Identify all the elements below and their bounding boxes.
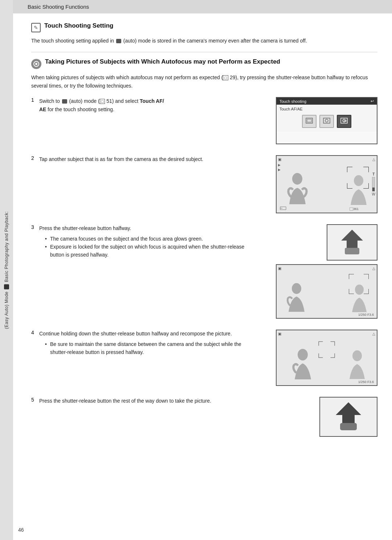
- step-1-images: Touch shooting ↩ Touch AF/AE: [261, 97, 377, 144]
- step-3-row: 3 Press the shutter-release button halfw…: [31, 224, 377, 319]
- step-4-row: 4 Continue holding down the shutter-rele…: [31, 330, 377, 386]
- screen-back-icon: ↩: [371, 99, 374, 104]
- svg-rect-3: [307, 119, 311, 122]
- step-2-text: Tap another subject that is as far from …: [39, 155, 203, 163]
- step-4-bullet-1: Be sure to maintain the same distance be…: [45, 340, 254, 356]
- svg-rect-4: [323, 118, 330, 123]
- step-2-row: 2 Tap another subject that is as far fro…: [31, 155, 377, 213]
- vf4-icon-tl: ▣: [278, 332, 281, 336]
- page-number: 46: [18, 527, 24, 533]
- sidebar-photography-label: Basic Photography and Playback:: [4, 211, 9, 282]
- icon-touch-off: [302, 115, 317, 128]
- step-4-text: Continue holding down the shutter-releas…: [39, 331, 232, 337]
- vf3-icon-tl: ▣: [278, 266, 281, 270]
- screen-header: Touch shooting ↩: [277, 98, 377, 105]
- main-content: Basic Shooting Functions ✎ Touch Shootin…: [13, 0, 392, 540]
- vf-zoom-indicator: [372, 188, 375, 191]
- svg-point-16: [352, 350, 362, 361]
- sidebar-mode-label: (Easy Auto) Mode: [4, 291, 9, 329]
- svg-rect-12: [345, 248, 359, 254]
- step-1-text-col: 1 Switch to (auto) mode (□ 51) and selec…: [31, 97, 254, 113]
- step-3-text: Press the shutter-release button halfway…: [39, 225, 131, 231]
- viewfinder-step2: ▣ △ ▶ ▶: [276, 155, 377, 213]
- step-4-bullets: Be sure to maintain the same distance be…: [45, 340, 254, 356]
- content-area: ✎ Touch Shooting Setting The touch shoot…: [13, 22, 392, 518]
- icon-row: AE: [279, 113, 374, 129]
- step-4-header: 4 Continue holding down the shutter-rele…: [31, 330, 254, 356]
- step-3-header: 3 Press the shutter-release button halfw…: [31, 224, 254, 259]
- touch-shooting-heading: Touch Shooting Setting: [44, 22, 113, 29]
- viewfinder-step3: ▣ △: [276, 264, 377, 319]
- autofocus-section-title: Taking Pictures of Subjects with Which A…: [31, 58, 377, 69]
- touch-shooting-body: The touch shooting setting applied in (a…: [31, 37, 377, 45]
- section-divider: [31, 52, 377, 52]
- vf4-info: 1/250 F3.6: [358, 380, 374, 384]
- step-5-number: 5: [31, 397, 37, 403]
- vf-side-bar: T W: [372, 172, 375, 196]
- step-4-text-col: 4 Continue holding down the shutter-rele…: [31, 330, 254, 356]
- sidebar-label: (Easy Auto) Mode Basic Photography and P…: [4, 211, 9, 329]
- screen-title: Touch shooting: [279, 99, 306, 104]
- step-2-images: ▣ △ ▶ ▶: [261, 155, 377, 213]
- step-3-bullets: The camera focuses on the subject and th…: [45, 235, 254, 259]
- step-3-text-col: 3 Press the shutter-release button halfw…: [31, 224, 254, 259]
- step-3-bullet-1: The camera focuses on the subject and th…: [45, 235, 254, 243]
- svg-point-9: [292, 173, 302, 185]
- vf-icon-tl: ▣: [278, 157, 281, 161]
- shutter-down-icon: [334, 228, 370, 257]
- vf-bottom-info: ⃞ 361: [352, 207, 359, 211]
- step-4-number: 4: [31, 330, 37, 335]
- viewfinder-step4: ▣ △: [276, 330, 377, 386]
- touch-af-label: Touch AF/AE: [279, 107, 374, 111]
- step-5-header: 5 Press the shutter-release button the r…: [31, 397, 254, 405]
- page: (Easy Auto) Mode Basic Photography and P…: [0, 0, 392, 540]
- svg-marker-11: [341, 230, 363, 248]
- icon-touch-afae-selected: AE: [337, 115, 351, 128]
- focus-center-brackets: [319, 342, 335, 358]
- vf-bottom-left: [279, 206, 287, 211]
- screen-body: Touch AF/AE: [277, 105, 377, 132]
- step-4-images: ▣ △: [261, 330, 377, 386]
- svg-point-13: [292, 283, 301, 294]
- person3-svg: [286, 282, 307, 313]
- autofocus-heading: Taking Pictures of Subjects with Which A…: [45, 58, 280, 65]
- vf-w-label: W: [372, 192, 375, 196]
- vf-t-label: T: [372, 172, 375, 176]
- icon-touch-af: [319, 115, 334, 128]
- pencil-icon: ✎: [31, 23, 41, 32]
- vf-left-icons: ▶ ▶: [278, 163, 281, 172]
- steps-area: 1 Switch to (auto) mode (□ 51) and selec…: [31, 97, 377, 437]
- step-1-row: 1 Switch to (auto) mode (□ 51) and selec…: [31, 97, 377, 144]
- person6-svg: [347, 350, 368, 380]
- step-3-number: 3: [31, 224, 37, 230]
- step-5-text: Press the shutter-release button the res…: [39, 397, 211, 405]
- autofocus-intro: When taking pictures of subjects with wh…: [31, 73, 377, 90]
- vf4-icon-tr: △: [372, 332, 375, 336]
- step-1-number: 1: [31, 97, 37, 103]
- svg-text:AE: AE: [343, 120, 347, 122]
- vf3-icon-tr: △: [372, 266, 375, 270]
- shutter-half-mockup: [327, 224, 377, 261]
- shutter-full-mockup: [319, 397, 377, 437]
- svg-point-5: [325, 119, 328, 122]
- svg-rect-18: [340, 423, 357, 430]
- svg-marker-17: [336, 402, 361, 423]
- focus-bracket-green-svg: [349, 274, 369, 294]
- step-5-images: [261, 397, 377, 437]
- touch-shooting-screen: Touch shooting ↩ Touch AF/AE: [276, 97, 377, 144]
- step-1-header: 1 Switch to (auto) mode (□ 51) and selec…: [31, 97, 254, 113]
- svg-point-1: [35, 63, 37, 65]
- sidebar-tab: (Easy Auto) Mode Basic Photography and P…: [0, 0, 13, 540]
- step-5-text-col: 5 Press the shutter-release button the r…: [31, 397, 254, 405]
- autofocus-icon: [31, 59, 41, 69]
- step-2-header: 2 Tap another subject that is as far fro…: [31, 155, 254, 163]
- step-2-number: 2: [31, 155, 37, 161]
- svg-point-15: [298, 349, 308, 360]
- vf-zoom-bar: [372, 177, 375, 192]
- step-3-images: ▣ △: [261, 224, 377, 319]
- step-5-row: 5 Press the shutter-release button the r…: [31, 397, 377, 437]
- focus-bracket-svg: [347, 167, 369, 189]
- touch-shooting-section-title: ✎ Touch Shooting Setting: [31, 22, 377, 32]
- vf3-info: 1/250 F3.6: [358, 313, 374, 317]
- step-1-text: Switch to (auto) mode (□ 51) and select …: [39, 97, 164, 113]
